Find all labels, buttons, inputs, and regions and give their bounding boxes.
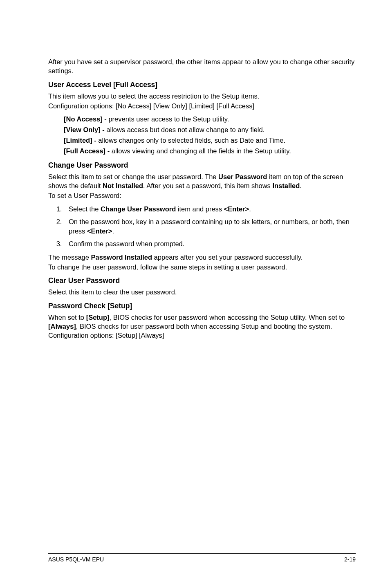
heading-change-user-password: Change User Password <box>48 161 356 170</box>
heading-password-check: Password Check [Setup] <box>48 302 356 310</box>
cup-steps: Select the Change User Password item and… <box>48 204 356 249</box>
page-footer: ASUS P5QL-VM EPU 2-19 <box>48 553 356 563</box>
footer-left: ASUS P5QL-VM EPU <box>48 556 104 563</box>
cup-paragraph-3: The message Password Installed appears a… <box>48 253 356 262</box>
opt-full-access: [Full Access] - allows viewing and chang… <box>64 146 356 156</box>
heading-user-access-level: User Access Level [Full Access] <box>48 81 356 89</box>
footer-right: 2-19 <box>344 556 356 563</box>
cup-paragraph-1: Select this item to set or change the us… <box>48 172 356 191</box>
cup-step-1: Select the Change User Password item and… <box>64 204 356 214</box>
cup-step-3: Confirm the password when prompted. <box>64 239 356 249</box>
ual-description-2: Configuration options: [No Access] [View… <box>48 101 356 110</box>
cup-step-2: On the password box, key in a password c… <box>64 217 356 236</box>
cup-paragraph-2: To set a User Password: <box>48 191 356 200</box>
clr-paragraph: Select this item to clear the user passw… <box>48 287 356 296</box>
intro-text: After you have set a supervisor password… <box>48 57 356 76</box>
opt-view-only: [View Only] - allows access but does not… <box>64 125 356 135</box>
ual-options: [No Access] - prevents user access to th… <box>48 114 356 156</box>
cup-paragraph-4: To change the user password, follow the … <box>48 263 356 272</box>
page-content: After you have set a supervisor password… <box>0 0 390 340</box>
opt-no-access: [No Access] - prevents user access to th… <box>64 114 356 124</box>
opt-limited: [Limited] - allows changes only to selec… <box>64 136 356 146</box>
heading-clear-user-password: Clear User Password <box>48 276 356 285</box>
ual-description-1: This item allows you to select the acces… <box>48 92 356 101</box>
pwc-paragraph: When set to [Setup], BIOS checks for use… <box>48 313 356 340</box>
